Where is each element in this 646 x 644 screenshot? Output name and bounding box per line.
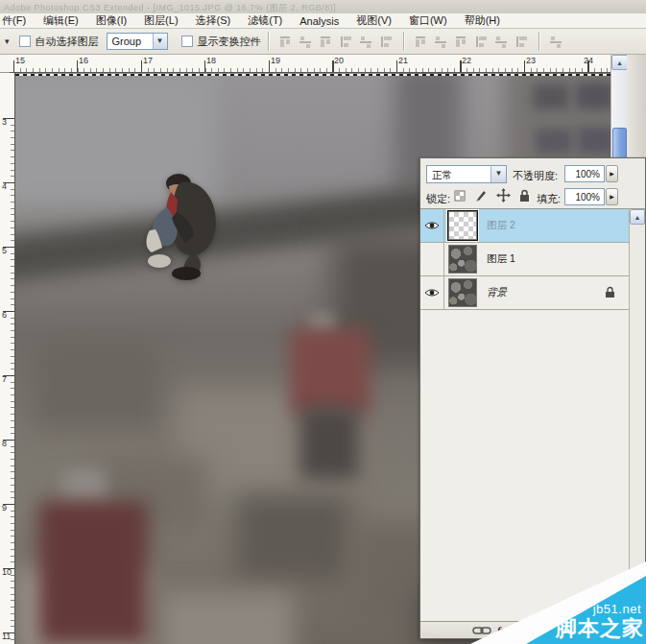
chevron-down-icon[interactable]: ▼ xyxy=(153,34,167,49)
ruler-mark: 6 xyxy=(2,311,13,320)
distribute-right-edges-icon[interactable] xyxy=(514,36,529,48)
fill-value: 100% xyxy=(565,189,604,203)
fill-arrow-icon[interactable]: ▶ xyxy=(606,188,618,205)
menu-item-select[interactable]: 选择(S) xyxy=(187,13,240,28)
menu-item-help[interactable]: 帮助(H) xyxy=(456,13,509,28)
selection-marching-ants xyxy=(15,74,610,76)
blend-mode-select[interactable]: 正常 ▼ xyxy=(426,165,507,183)
window-blur xyxy=(536,129,572,154)
lock-label: 锁定: xyxy=(426,192,450,206)
menu-item-edit[interactable]: 编辑(E) xyxy=(35,13,87,28)
opacity-label: 不透明度: xyxy=(513,169,558,183)
visibility-toggle[interactable] xyxy=(420,243,444,275)
rubble-blob xyxy=(35,342,159,428)
show-transform-checkbox[interactable] xyxy=(181,36,193,47)
scrollbar-thumb[interactable] xyxy=(612,128,627,160)
lock-image-pixels-icon[interactable] xyxy=(474,188,489,203)
distribute-bottom-edges-icon[interactable] xyxy=(454,36,468,48)
menu-item-analysis[interactable]: Analysis xyxy=(291,15,347,27)
ruler-mark: 8 xyxy=(2,440,13,448)
layer-thumbnail[interactable] xyxy=(448,211,477,240)
align-left-edges-icon[interactable] xyxy=(339,36,353,48)
background-lock-icon xyxy=(605,286,615,298)
auto-select-checkbox[interactable] xyxy=(19,36,31,47)
ruler-mark: 9 xyxy=(2,504,13,513)
layer-name[interactable]: 图层 1 xyxy=(487,252,515,266)
ruler-horizontal[interactable]: 15 16 17 18 19 20 21 22 23 24 xyxy=(10,55,627,73)
tool-preset-arrow-icon[interactable]: ▾ xyxy=(5,36,10,46)
blurred-person-center-legs xyxy=(299,407,359,480)
menu-item-window[interactable]: 窗口(W) xyxy=(400,13,456,28)
distribute-left-edges-icon[interactable] xyxy=(474,36,489,48)
opacity-value: 100% xyxy=(565,166,604,179)
opacity-field[interactable]: 100% xyxy=(564,165,605,182)
link-layers-icon[interactable] xyxy=(472,626,491,635)
panel-scrollbar[interactable]: ▲ ▼ xyxy=(629,208,645,621)
eye-icon xyxy=(424,221,440,230)
layer-thumbnail[interactable] xyxy=(448,245,477,274)
layer-row-layer1[interactable]: 图层 1 xyxy=(420,243,629,276)
menu-item-view[interactable]: 视图(V) xyxy=(347,13,400,28)
align-horizontal-centers-icon[interactable] xyxy=(359,36,373,48)
ruler-mark: 3 xyxy=(2,118,13,127)
rubble-blob xyxy=(159,591,294,644)
ruler-mark: 24 xyxy=(584,56,593,65)
ruler-mark: 5 xyxy=(2,247,13,255)
window-blur xyxy=(578,127,610,154)
tool-options-bar: ▾ 自动选择图层 Group ▼ 显示变换控件 xyxy=(0,29,646,55)
cutout-man xyxy=(138,171,227,284)
ruler-mark: 18 xyxy=(206,56,216,65)
ruler-vertical[interactable]: 3 4 5 6 7 8 9 10 11 xyxy=(0,73,15,644)
window-blur xyxy=(576,83,610,109)
layer-row-layer2[interactable]: 图层 2 xyxy=(420,209,629,243)
ruler-mark: 15 xyxy=(15,56,25,65)
ruler-mark: 11 xyxy=(2,632,13,641)
toolbar-divider xyxy=(538,32,539,51)
align-vertical-centers-icon[interactable] xyxy=(299,36,313,48)
menu-item-filter[interactable]: 滤镜(T) xyxy=(239,13,291,28)
align-right-edges-icon[interactable] xyxy=(379,36,394,48)
opacity-arrow-icon[interactable]: ▶ xyxy=(606,165,618,182)
blurred-person-left-body xyxy=(38,501,148,644)
scroll-up-button[interactable]: ▲ xyxy=(611,55,628,70)
distribute-horizontal-centers-icon[interactable] xyxy=(494,36,509,48)
layers-panel: 正常 ▼ 不透明度: 100% ▶ 锁定: 填充: 100% ▶ 图层 2 xyxy=(419,157,646,639)
panel-scroll-up-button[interactable]: ▲ xyxy=(630,209,645,225)
fill-field[interactable]: 100% xyxy=(564,188,605,205)
distribute-top-edges-icon[interactable] xyxy=(414,36,428,48)
toolbar-divider xyxy=(403,32,404,51)
layer-thumbnail[interactable] xyxy=(448,278,477,307)
lock-all-icon[interactable] xyxy=(517,188,532,203)
lock-icons xyxy=(453,188,535,206)
ruler-mark: 16 xyxy=(79,56,88,65)
distribute-vertical-centers-icon[interactable] xyxy=(434,36,448,48)
lock-position-icon[interactable] xyxy=(496,188,511,203)
align-top-edges-icon[interactable] xyxy=(278,36,293,48)
layer-name[interactable]: 背景 xyxy=(487,286,507,299)
ruler-mark: 19 xyxy=(271,56,280,65)
chevron-down-icon[interactable]: ▼ xyxy=(490,166,506,182)
window-edge xyxy=(627,55,646,160)
menu-item-layer[interactable]: 图层(L) xyxy=(135,13,186,28)
eye-icon xyxy=(424,288,440,298)
toolbar-divider xyxy=(268,32,269,51)
layers-list: 图层 2 图层 1 背景 xyxy=(420,208,629,621)
lock-transparent-pixels-icon[interactable] xyxy=(453,188,467,203)
menu-bar: 件(F) 编辑(E) 图像(I) 图层(L) 选择(S) 滤镜(T) Analy… xyxy=(0,13,646,29)
ruler-mark: 20 xyxy=(334,56,344,65)
auto-align-layers-icon[interactable] xyxy=(549,36,563,48)
title-bar: Adobe Photoshop CS3 Extended - [IMG_1015… xyxy=(0,0,646,13)
layer-name[interactable]: 图层 2 xyxy=(487,219,515,232)
visibility-toggle[interactable] xyxy=(420,276,444,309)
group-select[interactable]: Group ▼ xyxy=(107,33,168,50)
menu-item-file[interactable]: 件(F) xyxy=(0,13,35,28)
align-bottom-edges-icon[interactable] xyxy=(319,36,333,48)
ruler-mark: 4 xyxy=(2,182,13,191)
ruler-mark: 21 xyxy=(398,56,408,65)
layer-row-background[interactable]: 背景 xyxy=(420,276,629,310)
menu-item-image[interactable]: 图像(I) xyxy=(87,13,135,28)
blurred-person-center-body xyxy=(290,328,371,415)
visibility-toggle[interactable] xyxy=(420,209,444,242)
window-title: Adobe Photoshop CS3 Extended - [IMG_1015… xyxy=(0,0,646,13)
ruler-mark: 10 xyxy=(2,568,13,577)
